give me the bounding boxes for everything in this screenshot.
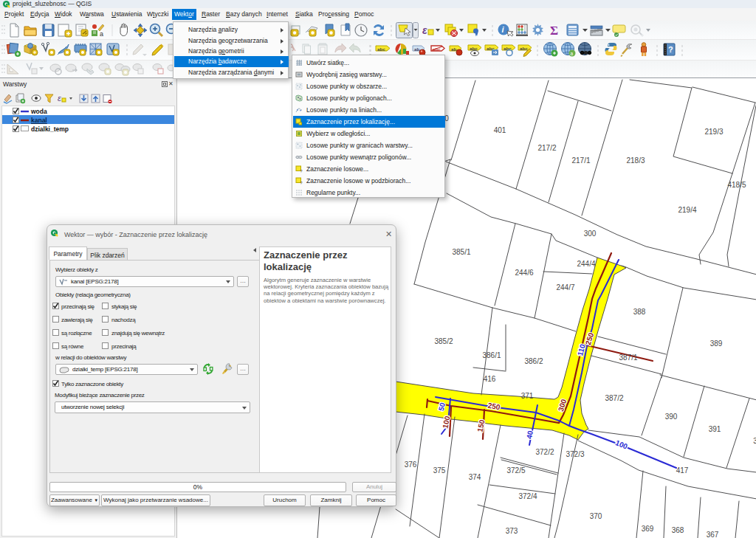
svg-text:?: ? xyxy=(300,181,303,184)
svg-text:385/1: 385/1 xyxy=(452,248,470,256)
svg-text:386/2: 386/2 xyxy=(524,357,543,365)
svg-text:40: 40 xyxy=(525,430,535,439)
svg-text:387/2: 387/2 xyxy=(605,394,623,402)
svg-text:3: 3 xyxy=(753,437,756,445)
svg-text:abc: abc xyxy=(520,46,528,51)
svg-text:418/5: 418/5 xyxy=(727,181,746,189)
svg-text:417: 417 xyxy=(676,466,689,475)
svg-text:ε: ε xyxy=(58,94,61,103)
svg-text:0: 0 xyxy=(444,114,449,123)
svg-text:387/1: 387/1 xyxy=(619,354,637,362)
svg-text:ab: ab xyxy=(414,46,419,52)
svg-text:244/6: 244/6 xyxy=(515,269,533,277)
svg-text:244/4: 244/4 xyxy=(577,260,595,268)
svg-text:150: 150 xyxy=(475,418,486,432)
svg-text:219/4: 219/4 xyxy=(678,206,696,214)
svg-text:a: a xyxy=(571,51,574,56)
svg-text:374: 374 xyxy=(469,473,481,481)
svg-text:370: 370 xyxy=(590,512,602,520)
svg-text:?: ? xyxy=(300,169,303,173)
svg-text:?: ? xyxy=(668,45,673,54)
svg-text:389: 389 xyxy=(710,339,723,348)
svg-text:372/4: 372/4 xyxy=(518,492,537,500)
svg-text:217/1: 217/1 xyxy=(571,156,590,165)
svg-text:376: 376 xyxy=(405,461,417,469)
svg-text:367: 367 xyxy=(707,531,719,538)
svg-text:100: 100 xyxy=(614,438,629,451)
svg-text:401: 401 xyxy=(494,126,506,134)
svg-text:372/2: 372/2 xyxy=(535,448,554,456)
svg-text:a: a xyxy=(100,30,103,38)
svg-text:373: 373 xyxy=(506,527,518,535)
svg-text:369: 369 xyxy=(642,525,654,533)
svg-text:219/3: 219/3 xyxy=(704,128,723,136)
svg-text:300: 300 xyxy=(584,230,597,238)
svg-text:372/5: 372/5 xyxy=(506,466,525,475)
svg-text:abc: abc xyxy=(470,46,478,51)
svg-text:385/2: 385/2 xyxy=(434,337,453,345)
svg-text:218/3: 218/3 xyxy=(626,156,645,165)
svg-text:ε: ε xyxy=(422,24,427,36)
svg-text:375: 375 xyxy=(433,466,446,475)
svg-text:368: 368 xyxy=(672,526,684,534)
svg-text:371: 371 xyxy=(521,392,534,400)
svg-text:Σ: Σ xyxy=(550,24,558,38)
svg-text:388: 388 xyxy=(633,308,646,316)
svg-text:386/1: 386/1 xyxy=(482,351,501,359)
svg-text:abc: abc xyxy=(377,46,385,52)
svg-text:244/7: 244/7 xyxy=(556,283,574,292)
svg-text:390: 390 xyxy=(665,413,678,421)
svg-text:372/3: 372/3 xyxy=(566,450,584,458)
svg-text:416: 416 xyxy=(484,375,496,383)
svg-text:391: 391 xyxy=(709,425,721,433)
svg-text:217/2: 217/2 xyxy=(537,144,556,152)
svg-text:ab: ab xyxy=(451,46,456,52)
